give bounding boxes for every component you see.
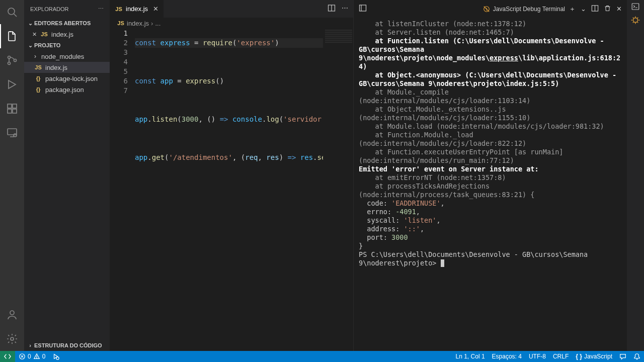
status-eol[interactable]: CRLF [549,351,572,362]
code-editor[interactable]: 1234567 const express = require('express… [110,29,353,351]
chevron-down-icon: ⌄ [26,20,34,27]
terminal-name[interactable]: JavaScript Debug Terminal [483,6,565,13]
terminal-kill-icon[interactable] [604,5,611,14]
svg-point-11 [10,311,14,315]
svg-rect-5 [8,104,12,108]
breadcrumb[interactable]: JS index.js › ... [110,18,353,29]
minimap[interactable] [323,29,353,351]
activity-search[interactable] [0,0,24,24]
svg-rect-15 [360,5,366,11]
svg-rect-8 [13,109,17,113]
svg-rect-21 [632,4,639,10]
editor-tabs: JS index.js ✕ ⋯ [110,0,353,18]
activity-settings[interactable] [0,327,24,351]
svg-point-2 [8,56,11,59]
panel-debug-icon[interactable] [631,16,640,26]
terminal-panel: JavaScript Debug Terminal ＋ ⌄ ✕ at liste… [353,0,627,351]
tab-index-js[interactable]: JS index.js ✕ [110,0,164,18]
file-name: package.json [45,86,84,94]
svg-rect-6 [13,104,17,108]
file-item-package-json[interactable]: {} package.json [24,84,110,95]
status-language[interactable]: { }JavaScript [572,351,616,362]
svg-point-10 [14,134,17,137]
folder-name: node_modules [41,53,84,60]
activity-run[interactable] [0,72,24,97]
breadcrumb-file: index.js [127,20,149,27]
split-editor-icon[interactable] [328,4,336,14]
json-file-icon: {} [34,86,42,93]
breadcrumb-rest: ... [155,20,160,27]
status-ln-col[interactable]: Ln 1, Col 1 [452,351,489,362]
activity-scm[interactable] [0,48,24,72]
activity-explorer[interactable] [0,24,24,48]
editor-area: JS index.js ✕ ⋯ JS index.js › ... 123456… [110,0,353,351]
terminal-cursor [441,259,444,267]
svg-point-3 [8,62,11,65]
svg-line-1 [14,14,17,17]
file-item-package-lock[interactable]: {} package-lock.json [24,73,110,84]
terminal-toggle-icon[interactable] [359,4,367,14]
breadcrumb-sep: › [151,20,153,27]
terminal-split-icon[interactable] [591,5,599,14]
status-bar: 0 0 Ln 1, Col 1 Espaços: 4 UTF-8 CRLF { … [0,351,644,362]
explorer-sidebar: EXPLORADOR ⋯ ⌄ EDITORES ABERTOS ✕ JS ind… [24,0,110,351]
status-problems[interactable]: 0 0 [15,351,49,362]
status-encoding[interactable]: UTF-8 [525,351,549,362]
activity-account[interactable] [0,303,24,327]
status-remote[interactable] [0,351,15,362]
project-label: PROJETO [34,42,60,48]
activity-extensions[interactable] [0,97,24,121]
svg-rect-7 [8,109,12,113]
status-bell-icon[interactable] [630,351,644,362]
outline-header[interactable]: › ESTRUTURA DO CÓDIGO [24,340,110,351]
terminal-close-icon[interactable]: ✕ [616,5,622,13]
panel-action-bar [627,0,644,351]
status-feedback-icon[interactable] [616,351,630,362]
svg-point-4 [14,59,17,62]
outline-label: ESTRUTURA DO CÓDIGO [34,342,102,348]
activity-bar [0,0,24,351]
svg-point-25 [36,357,37,358]
code-content[interactable]: const express = require('express') const… [135,29,323,351]
file-item-index-js[interactable]: JS index.js [24,62,110,73]
open-editors-label: EDITORES ABERTOS [34,20,91,26]
terminal-new-icon[interactable]: ＋ [569,5,576,14]
folder-item-node-modules[interactable]: › node_modules [24,51,110,62]
activity-remote-explorer[interactable] [0,121,24,145]
close-tab-icon[interactable]: ✕ [153,5,158,13]
json-file-icon: {} [34,75,42,81]
js-file-icon: JS [115,6,123,12]
svg-point-0 [8,8,15,15]
svg-point-18 [487,10,487,11]
terminal-output[interactable]: at listenInCluster (node:net:1378:12) at… [354,18,627,351]
file-name: package-lock.json [45,75,98,82]
svg-point-22 [633,18,638,23]
svg-point-12 [11,337,14,340]
sidebar-title: EXPLORADOR [30,6,68,12]
sidebar-more-icon[interactable]: ⋯ [98,6,104,12]
chevron-right-icon: › [26,342,34,348]
chevron-down-icon: ⌄ [26,42,34,49]
editor-more-icon[interactable]: ⋯ [342,4,348,14]
tab-label: index.js [126,5,148,13]
open-editors-header[interactable]: ⌄ EDITORES ABERTOS [24,18,110,29]
svg-point-26 [56,357,59,359]
project-header[interactable]: ⌄ PROJETO [24,40,110,51]
open-editor-item[interactable]: ✕ JS index.js [24,29,110,40]
panel-terminal-icon[interactable] [631,2,640,13]
file-name: index.js [45,64,67,71]
status-spaces[interactable]: Espaços: 4 [489,351,525,362]
open-editor-filename: index.js [51,31,73,38]
js-file-icon: JS [117,20,125,26]
status-debug-start[interactable] [49,351,63,362]
line-gutter: 1234567 [110,29,135,351]
close-icon[interactable]: ✕ [30,31,38,38]
terminal-dropdown-icon[interactable]: ⌄ [581,5,586,13]
js-file-icon: JS [34,64,42,70]
js-file-icon: JS [40,31,48,37]
chevron-right-icon: › [34,53,41,60]
